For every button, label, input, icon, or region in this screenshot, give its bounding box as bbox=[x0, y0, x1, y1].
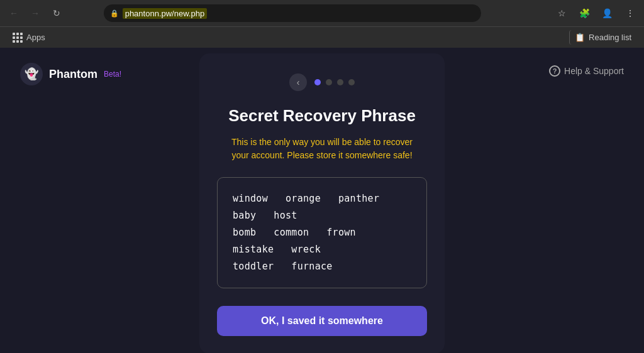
help-icon: ? bbox=[549, 65, 560, 77]
lock-icon: 🔒 bbox=[110, 9, 119, 18]
reload-button[interactable]: ↻ bbox=[48, 4, 65, 22]
nav-right: ☆ 🧩 👤 ⋮ bbox=[553, 4, 639, 22]
extensions-button[interactable]: 🧩 bbox=[576, 4, 594, 22]
star-button[interactable]: ☆ bbox=[553, 4, 571, 22]
reading-list-icon: 📋 bbox=[575, 33, 585, 42]
pagination-dot-2 bbox=[326, 79, 332, 85]
bookmarks-bar: Apps 📋 Reading list bbox=[0, 26, 644, 48]
logo-badge: Beta! bbox=[104, 70, 121, 79]
apps-button[interactable]: Apps bbox=[8, 30, 50, 45]
prev-button[interactable]: ‹ bbox=[289, 73, 307, 91]
apps-grid-icon bbox=[13, 33, 23, 43]
page-content: 👻 Phantom Beta! ? Help & Support ‹ bbox=[0, 48, 644, 353]
apps-label: Apps bbox=[26, 33, 45, 42]
phrase-box: window orange panther baby host bomb com… bbox=[217, 177, 427, 288]
page-bg: 👻 Phantom Beta! ? Help & Support ‹ bbox=[0, 48, 644, 353]
pagination-dot-1 bbox=[314, 79, 321, 85]
card-title: Secret Recovery Phrase bbox=[228, 106, 416, 126]
browser-chrome: ← → ↻ 🔒 phantonn.pw/new.php ☆ 🧩 👤 ⋮ Apps… bbox=[0, 0, 644, 48]
pagination-dot-4 bbox=[348, 79, 355, 85]
ok-saved-button[interactable]: OK, I saved it somewhere bbox=[217, 306, 427, 336]
forward-button[interactable]: → bbox=[26, 4, 44, 22]
reading-list-button[interactable]: 📋 Reading list bbox=[569, 30, 636, 45]
ghost-icon: 👻 bbox=[25, 67, 38, 81]
nav-bar: ← → ↻ 🔒 phantonn.pw/new.php ☆ 🧩 👤 ⋮ bbox=[0, 0, 644, 26]
pagination: ‹ bbox=[289, 73, 355, 91]
phrase-text: window orange panther baby host bomb com… bbox=[233, 190, 411, 275]
address-bar[interactable]: 🔒 phantonn.pw/new.php bbox=[104, 4, 481, 22]
recovery-card: ‹ Secret Recovery Phrase This is the onl… bbox=[199, 53, 445, 353]
phantom-logo-icon: 👻 bbox=[20, 63, 43, 85]
help-label: Help & Support bbox=[564, 66, 624, 76]
help-link[interactable]: ? Help & Support bbox=[549, 65, 624, 77]
card-subtitle: This is the only way you will be able to… bbox=[231, 136, 413, 162]
pagination-dot-3 bbox=[337, 79, 343, 85]
profile-button[interactable]: 👤 bbox=[599, 4, 616, 22]
address-text: phantonn.pw/new.php bbox=[123, 8, 208, 19]
back-button[interactable]: ← bbox=[5, 4, 23, 22]
logo-name: Phantom bbox=[49, 68, 97, 81]
reading-list-label: Reading list bbox=[589, 33, 631, 42]
logo-area: 👻 Phantom Beta! bbox=[20, 63, 121, 85]
menu-button[interactable]: ⋮ bbox=[621, 4, 639, 22]
